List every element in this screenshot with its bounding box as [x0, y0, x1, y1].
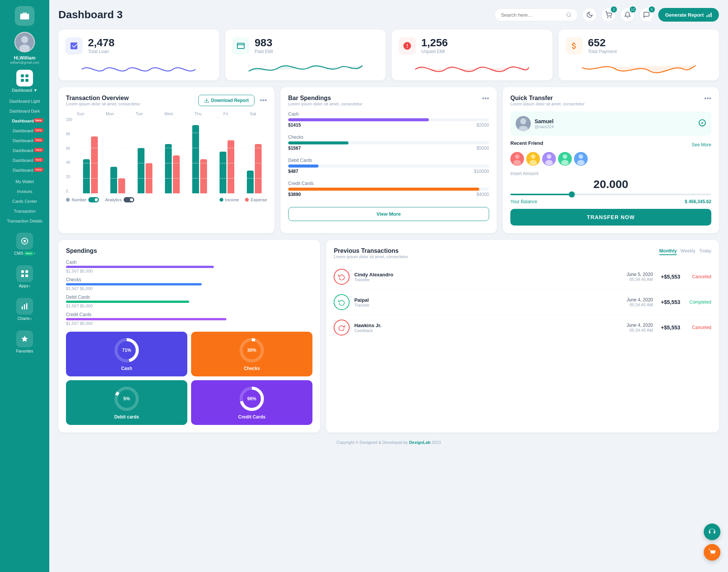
sidebar-item-my-wallet[interactable]: My Wallet: [2, 177, 47, 186]
sidebar-item-dashboard-6[interactable]: Dashboard 6 New: [2, 146, 47, 155]
tab-weekly[interactable]: Weekly: [681, 248, 695, 255]
svg-rect-12: [21, 274, 24, 277]
svg-point-0: [26, 16, 28, 17]
stat-card-paid-emi: 983 Paid EMI: [225, 30, 386, 80]
fab-support[interactable]: [704, 523, 720, 540]
download-report-button[interactable]: Download Report: [198, 95, 254, 106]
chat-btn[interactable]: 5: [639, 8, 654, 22]
payment-icon: [570, 41, 579, 50]
stat-label-loan: Total Loan: [88, 49, 115, 54]
sidebar-item-transaction-details[interactable]: Transaction Details: [2, 216, 47, 226]
sidebar-item-dashboard-7[interactable]: Dashboard 7 New: [2, 155, 47, 165]
user-avatar: [14, 32, 35, 52]
badge-new-3: New: [34, 118, 43, 122]
fab-cart[interactable]: [704, 544, 720, 561]
charts-icon[interactable]: [16, 298, 33, 315]
footer-brand-link[interactable]: DexignLab: [409, 440, 430, 445]
see-more-link[interactable]: See More: [692, 142, 711, 147]
svg-point-29: [515, 154, 519, 159]
sidebar-item-dashboard-light[interactable]: Dashboard Light: [2, 96, 47, 106]
trans-status-2: Canceled: [685, 325, 711, 330]
sidebar-item-invoices[interactable]: Invoices: [2, 186, 47, 196]
sidebar-item-dashboard-4[interactable]: Dashboard 4 New: [2, 126, 47, 136]
sidebar-item-dashboard-8[interactable]: Dashboard 8 New: [2, 165, 47, 175]
search-box[interactable]: [494, 8, 578, 21]
sidebar-dashboard-label[interactable]: Dashboard ▼: [12, 88, 38, 92]
qt-user-avatar: [516, 116, 531, 131]
friend-avatar-3[interactable]: [558, 152, 572, 166]
header: Dashboard 3 2: [58, 8, 719, 22]
stat-icon-loan: [65, 37, 83, 55]
sidebar-item-dashboard-5[interactable]: Dashboard 5 New: [2, 136, 47, 146]
cms-label[interactable]: CMS New ›: [14, 251, 35, 255]
svg-rect-15: [24, 304, 25, 309]
svg-point-30: [513, 160, 521, 165]
quick-transfer-menu[interactable]: •••: [704, 95, 711, 103]
donut-debit: 5% Debit cards: [66, 380, 187, 425]
cart-btn[interactable]: 2: [601, 8, 616, 22]
svg-point-42: [577, 160, 585, 165]
cashback-icon: [338, 324, 345, 331]
svg-rect-5: [25, 74, 28, 77]
cms-icon[interactable]: [16, 233, 33, 249]
prev-trans-subtitle: Lorem ipsum dolor sit amet, consectetur: [334, 254, 408, 259]
apps-label[interactable]: Apps ›: [19, 284, 30, 288]
generate-report-button[interactable]: Generate Report: [658, 8, 719, 22]
svg-point-36: [545, 160, 553, 165]
favorites-label[interactable]: Favorites: [16, 349, 33, 353]
trans-row-2: Hawkins Jr. Cashback June 4, 2020 05:34:…: [334, 315, 711, 340]
svg-point-32: [531, 154, 535, 159]
search-input[interactable]: [501, 12, 563, 18]
transfer-icon: [338, 273, 345, 280]
balance-value: $ 456,345.62: [685, 199, 711, 204]
view-more-button[interactable]: View More: [288, 207, 489, 221]
friend-avatar-1[interactable]: [526, 152, 540, 166]
stat-card-unpaid-emi: 1,256 Unpaid EMI: [392, 30, 552, 80]
bar-group-3: [165, 144, 180, 193]
sidebar-item-dashboard-3[interactable]: Dashboard 3 New: [2, 116, 47, 126]
qt-user-row: Samuel @sam224: [510, 111, 711, 136]
bar-spendings-menu[interactable]: •••: [482, 95, 489, 103]
spendings-card: Spendings Cash $1,567 $5,000 Checks $1,5…: [58, 240, 320, 433]
badge-new-5: New: [34, 138, 43, 142]
sidebar-section-charts: Charts ›: [0, 295, 49, 324]
tab-today[interactable]: Today: [699, 248, 711, 255]
badge-new-8: New: [34, 168, 43, 172]
svg-text:96%: 96%: [247, 396, 256, 401]
svg-rect-10: [21, 270, 24, 273]
trans-row-0: Cindy Alexandro Transfer June 5, 2020 05…: [334, 264, 711, 290]
bar-chart: Sun Mon Tue Wed Thu Fri Sat 100 80 60 40…: [66, 111, 267, 202]
friend-avatar-4[interactable]: [574, 152, 588, 166]
tab-monthly[interactable]: Monthly: [659, 248, 677, 255]
friend-avatar-0[interactable]: [510, 152, 524, 166]
sidebar-logo[interactable]: [15, 6, 35, 26]
chat-icon: [643, 11, 650, 18]
transfer-now-button[interactable]: TRANSFER NOW: [510, 209, 711, 226]
bottom-row: Spendings Cash $1,567 $5,000 Checks $1,5…: [58, 240, 719, 433]
bell-badge: 12: [630, 6, 636, 13]
amount-slider[interactable]: [510, 194, 711, 195]
apps-icon[interactable]: [16, 265, 33, 282]
qt-friends-list: [510, 152, 711, 166]
bar-group-2: [138, 148, 152, 193]
svg-point-2: [21, 36, 28, 43]
friend-avatar-2[interactable]: [542, 152, 556, 166]
spending-item-credit: Credit Cards $1,567 $5,000: [66, 312, 312, 326]
stat-icon-unpaid: [399, 37, 416, 55]
sidebar-username: Hi,William: [14, 55, 35, 61]
sidebar-item-dashboard-dark[interactable]: Dashboard Dark: [2, 106, 47, 116]
cart-badge: 2: [611, 6, 617, 13]
transfer-amount: 20.000: [510, 178, 711, 191]
stat-icon-paid: [232, 37, 249, 55]
theme-toggle-btn[interactable]: [582, 8, 597, 22]
svg-point-3: [19, 44, 30, 52]
sidebar-email: william@gmail.com: [10, 61, 39, 64]
sidebar-item-cards-center[interactable]: Cards Center: [2, 196, 47, 206]
charts-label[interactable]: Charts ›: [17, 316, 32, 321]
favorites-icon[interactable]: [16, 331, 33, 347]
bell-btn[interactable]: 12: [620, 8, 635, 22]
sidebar-item-transaction[interactable]: Transaction: [2, 206, 47, 216]
bar-group-6: [247, 144, 262, 193]
transaction-overview-menu[interactable]: •••: [260, 97, 267, 105]
transaction-overview-subtitle: Lorem ipsum dolor sit amet, consectetur: [66, 102, 140, 106]
